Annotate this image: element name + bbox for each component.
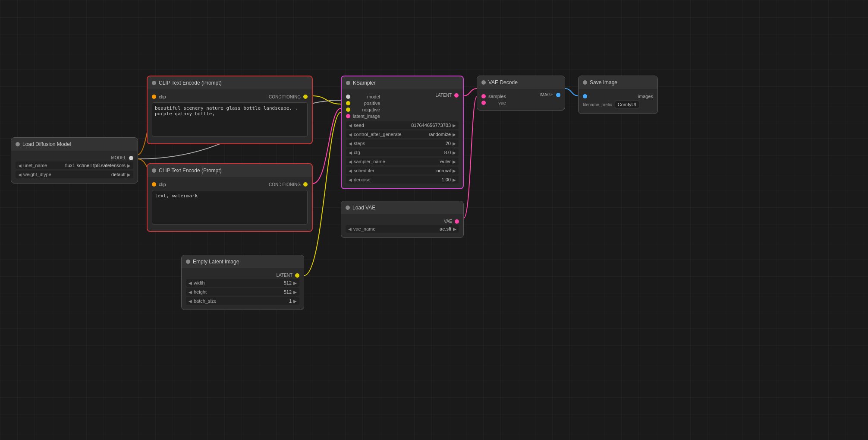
clip1-status-dot	[152, 81, 156, 85]
ksampler-latent-out-dot[interactable]	[454, 93, 459, 98]
save-image-header: Save Image	[579, 76, 657, 89]
vae-decode-header: VAE Decode	[477, 76, 565, 89]
empty-latent-body: LATENT ◀ width 512 ▶ ◀ height 512 ▶ ◀ ba…	[182, 268, 304, 310]
vae-samples-port: samples	[481, 94, 506, 99]
vae-image-dot[interactable]	[556, 93, 560, 97]
unet-left-arrow[interactable]: ◀	[18, 163, 22, 168]
seed-right[interactable]: ▶	[453, 123, 456, 128]
den-right[interactable]: ▶	[453, 177, 456, 182]
seed-left[interactable]: ◀	[349, 123, 352, 128]
unet-label: unet_name	[22, 163, 63, 168]
weight-right-arrow[interactable]: ▶	[127, 172, 131, 177]
vae-image-label: IMAGE	[540, 92, 554, 97]
den-label: denoise	[352, 177, 440, 182]
control-after-generate-slider[interactable]: ◀ control_after_generate randomize ▶	[346, 130, 459, 138]
steps-right[interactable]: ▶	[453, 141, 456, 146]
clip2-output-dot[interactable]	[303, 182, 308, 187]
sched-right[interactable]: ▶	[453, 168, 456, 173]
ksampler-latent-label: latent_image	[353, 114, 380, 119]
filename-prefix-value[interactable]: ComfyUI	[615, 101, 639, 108]
height-left[interactable]: ◀	[189, 290, 192, 294]
ksampler-latent-dot[interactable]	[346, 114, 350, 118]
cag-left[interactable]: ◀	[349, 132, 352, 137]
clip-text-encode-2-node: CLIP Text Encode (Prompt) clip CONDITION…	[147, 163, 313, 232]
save-images-label: images	[638, 94, 653, 99]
clip2-input-dot[interactable]	[152, 182, 156, 187]
clip1-text-area[interactable]: beautiful scenery nature glass bottle la…	[152, 102, 308, 137]
ksampler-positive-port: positive	[346, 101, 380, 106]
save-images-port: images	[583, 94, 653, 99]
batch-right[interactable]: ▶	[293, 299, 297, 304]
seed-slider[interactable]: ◀ seed 817644656773703 ▶	[346, 121, 459, 129]
clip2-title: CLIP Text Encode (Prompt)	[159, 168, 222, 174]
batch-left[interactable]: ◀	[189, 299, 192, 304]
ksampler-inputs: model positive negative latent_image	[346, 93, 380, 120]
sched-value: normal	[434, 168, 453, 173]
sched-label: scheduler	[352, 168, 434, 173]
den-left[interactable]: ◀	[349, 177, 352, 182]
cfg-label: cfg	[352, 150, 443, 155]
ksampler-model-label: model	[367, 94, 380, 99]
clip1-body: clip CONDITIONING beautiful scenery natu…	[148, 89, 312, 143]
cag-label: control_after_generate	[352, 132, 427, 137]
load-vae-output-dot[interactable]	[455, 219, 459, 224]
clip2-status-dot	[152, 168, 156, 173]
width-slider[interactable]: ◀ width 512 ▶	[186, 279, 299, 287]
save-image-body: images filename_prefix ComfyUI	[579, 89, 657, 114]
sn-left[interactable]: ◀	[349, 159, 352, 164]
load-vae-output-label: VAE	[444, 219, 452, 224]
load-vae-status-dot	[346, 206, 350, 210]
model-output-label: MODEL	[111, 155, 126, 160]
cfg-right[interactable]: ▶	[453, 150, 456, 155]
weight-label: weight_dtype	[22, 172, 110, 177]
height-slider[interactable]: ◀ height 512 ▶	[186, 288, 299, 296]
denoise-slider[interactable]: ◀ denoise 1.00 ▶	[346, 176, 459, 184]
empty-latent-header: Empty Latent Image	[182, 255, 304, 268]
load-vae-output-port: VAE	[346, 219, 459, 224]
ksampler-title: KSampler	[353, 80, 376, 86]
clip2-ports-row: clip CONDITIONING	[152, 182, 308, 187]
batch-size-slider[interactable]: ◀ batch_size 1 ▶	[186, 297, 299, 305]
vae-samples-dot[interactable]	[481, 94, 486, 98]
steps-slider[interactable]: ◀ steps 20 ▶	[346, 139, 459, 147]
ksampler-positive-dot[interactable]	[346, 101, 350, 105]
width-label: width	[192, 280, 282, 285]
sched-left[interactable]: ◀	[349, 168, 352, 173]
cfg-left[interactable]: ◀	[349, 150, 352, 155]
weight-left-arrow[interactable]: ◀	[18, 172, 22, 177]
ksampler-negative-port: negative	[346, 107, 380, 112]
clip2-input-left: clip	[152, 182, 166, 187]
sampler-name-slider[interactable]: ◀ sampler_name euler ▶	[346, 158, 459, 165]
vae-vae-dot[interactable]	[481, 101, 486, 105]
weight-dtype-slider[interactable]: ◀ weight_dtype default ▶	[16, 171, 133, 178]
unet-right-arrow[interactable]: ▶	[127, 163, 131, 168]
load-vae-node: Load VAE VAE ◀ vae_name ae.sft ▶	[341, 201, 464, 238]
empty-latent-output-dot[interactable]	[295, 273, 299, 278]
clip1-output-right: CONDITIONING	[269, 95, 308, 99]
ksampler-model-dot[interactable]	[346, 95, 350, 99]
cfg-slider[interactable]: ◀ cfg 8.0 ▶	[346, 149, 459, 156]
vae-name-slider[interactable]: ◀ vae_name ae.sft ▶	[346, 225, 459, 233]
ksampler-negative-dot[interactable]	[346, 108, 350, 112]
ksampler-latent-out-label: LATENT	[435, 93, 452, 98]
width-right[interactable]: ▶	[293, 281, 297, 285]
vae-name-right[interactable]: ▶	[453, 227, 456, 231]
model-output-dot[interactable]	[129, 156, 133, 160]
ksampler-latent-port: latent_image	[346, 114, 380, 119]
steps-left[interactable]: ◀	[349, 141, 352, 146]
clip1-output-dot[interactable]	[303, 95, 308, 99]
load-diffusion-node: Load Diffusion Model MODEL ◀ unet_name f…	[11, 137, 138, 184]
scheduler-slider[interactable]: ◀ scheduler normal ▶	[346, 167, 459, 174]
sn-right[interactable]: ▶	[453, 159, 456, 164]
height-right[interactable]: ▶	[293, 290, 297, 294]
clip1-input-dot[interactable]	[152, 95, 156, 99]
ksampler-latent-output: LATENT	[435, 93, 459, 98]
cag-right[interactable]: ▶	[453, 132, 456, 137]
sn-value: euler	[439, 159, 453, 164]
clip2-text-area[interactable]: text, watermark	[152, 190, 308, 225]
width-left[interactable]: ◀	[189, 281, 192, 285]
unet-name-slider[interactable]: ◀ unet_name flux1-schnell-fp8.safetensor…	[16, 161, 133, 169]
save-images-dot[interactable]	[583, 94, 587, 98]
vae-name-left[interactable]: ◀	[348, 227, 352, 231]
weight-value: default	[110, 172, 127, 177]
